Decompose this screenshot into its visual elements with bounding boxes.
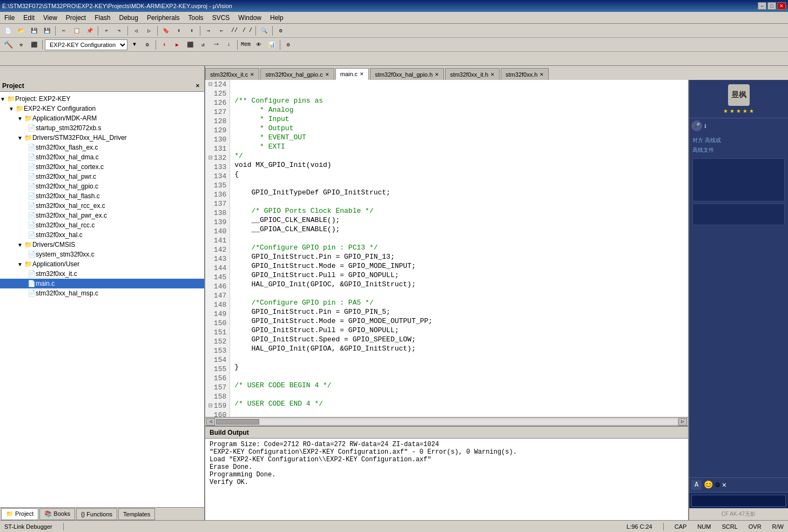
tab-close-icon[interactable]: ✕ bbox=[360, 71, 364, 77]
menu-item-tools[interactable]: Tools bbox=[184, 13, 208, 23]
fold-icon[interactable]: ⊟ bbox=[208, 402, 213, 410]
tree-item[interactable]: 📄 stm32f0xx_it.c bbox=[0, 269, 204, 279]
rebuild-button[interactable]: ⚒ bbox=[15, 39, 27, 51]
proj-tab-templates[interactable]: Templates bbox=[118, 508, 155, 520]
cut-button[interactable]: ✂ bbox=[58, 25, 70, 37]
stopbuild-button[interactable]: ⬛ bbox=[28, 39, 40, 51]
menu-item-edit[interactable]: Edit bbox=[19, 13, 39, 23]
new-button[interactable]: 📄 bbox=[2, 25, 14, 37]
scroll-right-button[interactable]: ▷ bbox=[678, 418, 687, 426]
settings-icon[interactable]: ⚙ bbox=[715, 480, 719, 490]
config-dropdown[interactable]: EXP2-KEY Configuration bbox=[45, 39, 127, 50]
save-all-button[interactable]: 💾 bbox=[41, 25, 53, 37]
copy-button[interactable]: 📋 bbox=[71, 25, 83, 37]
menu-item-help[interactable]: Help bbox=[266, 13, 288, 23]
fold-icon[interactable]: ⊟ bbox=[208, 80, 213, 89]
stop-debug-button[interactable]: ⬛ bbox=[184, 39, 196, 51]
tree-item[interactable]: ▼ 📁 Drivers/STM32F0xx_HAL_Driver bbox=[0, 133, 204, 143]
proj-tab-functions[interactable]: {} Functions bbox=[76, 508, 117, 520]
build-button[interactable]: 🔨 bbox=[2, 39, 14, 51]
run-to-button[interactable]: ⭢ bbox=[210, 39, 222, 51]
code-editor[interactable]: ⊟124125126127128129130131⊟13213313413513… bbox=[205, 80, 688, 426]
reset-button[interactable]: ↺ bbox=[197, 39, 209, 51]
bookmark-button[interactable]: 🔖 bbox=[160, 25, 172, 37]
step-button[interactable]: ↓ bbox=[223, 39, 235, 51]
tree-item[interactable]: 📄 stm32f0xx_hal_gpio.c bbox=[0, 181, 204, 191]
tree-item[interactable]: 📄 stm32f0xx_hal_cortex.c bbox=[0, 162, 204, 172]
menu-item-debug[interactable]: Debug bbox=[115, 13, 143, 23]
download-button[interactable]: ⬇ bbox=[158, 39, 170, 51]
uncomment-button[interactable]: / / bbox=[241, 25, 253, 37]
paste-button[interactable]: 📌 bbox=[84, 25, 96, 37]
menu-item-flash[interactable]: Flash bbox=[90, 13, 115, 23]
fold-icon[interactable]: ⊟ bbox=[208, 154, 213, 162]
maximize-button[interactable]: □ bbox=[767, 2, 776, 10]
menu-item-window[interactable]: Window bbox=[234, 13, 266, 23]
h-scrollbar-thumb[interactable] bbox=[216, 419, 259, 425]
minimize-button[interactable]: – bbox=[758, 2, 766, 10]
tree-item[interactable]: 📄 stm32f0xx_flash_ex.c bbox=[0, 143, 204, 152]
watch-button[interactable]: 👁 bbox=[253, 39, 265, 51]
tab-close-icon[interactable]: ✕ bbox=[435, 72, 439, 77]
tab-close-icon[interactable]: ✕ bbox=[325, 72, 329, 77]
tab-close-icon[interactable]: ✕ bbox=[250, 72, 254, 77]
toolset-button[interactable]: ⚙ bbox=[275, 25, 287, 37]
redo-button[interactable]: ↷ bbox=[113, 25, 125, 37]
tree-item[interactable]: 📄 stm32f0xx_hal_dma.c bbox=[0, 152, 204, 162]
chat-input[interactable] bbox=[691, 495, 786, 507]
tree-item[interactable]: ▼ 📁 Application/User bbox=[0, 259, 204, 269]
tree-item[interactable]: 📄 main.c bbox=[0, 279, 204, 288]
menu-item-file[interactable]: File bbox=[0, 13, 19, 23]
tree-item[interactable]: 📄 stm32f0xx_hal_pwr_ex.c bbox=[0, 211, 204, 220]
close-button[interactable]: ✕ bbox=[777, 2, 786, 10]
undo-button[interactable]: ↶ bbox=[100, 25, 112, 37]
build-output-content[interactable]: Program Size: Code=2712 RO-data=272 RW-d… bbox=[205, 439, 688, 520]
menu-item-svcs[interactable]: SVCS bbox=[208, 13, 234, 23]
tab-stm32f0xx-hal-gpio-c[interactable]: stm32f0xx_hal_gpio.c ✕ bbox=[260, 68, 334, 80]
tree-item[interactable]: 📄 startup_stm32f072xb.s bbox=[0, 123, 204, 133]
save-button[interactable]: 💾 bbox=[28, 25, 40, 37]
bookmarkprev-button[interactable]: ⬆ bbox=[186, 25, 198, 37]
proj-tab-books[interactable]: 📚 Books bbox=[39, 508, 75, 520]
tree-item[interactable]: 📄 system_stm32f0xx.c bbox=[0, 250, 204, 259]
tree-item[interactable]: 📄 stm32f0xx_hal_flash.c bbox=[0, 191, 204, 201]
find-button[interactable]: 🔍 bbox=[258, 25, 270, 37]
unindent-button[interactable]: ⇐ bbox=[215, 25, 227, 37]
tab-stm32f0xx-h[interactable]: stm32f0xx.h ✕ bbox=[501, 68, 549, 80]
menu-item-peripherals[interactable]: Peripherals bbox=[143, 13, 184, 23]
tree-item[interactable]: 📄 stm32f0xx_hal_pwr.c bbox=[0, 172, 204, 181]
tree-item[interactable]: ▼ 📁 EXP2-KEY Configuration bbox=[0, 104, 204, 113]
target-options-button[interactable]: ⚙ bbox=[142, 39, 153, 51]
code-text[interactable]: /** Configure pins as * Analog * Input *… bbox=[230, 80, 688, 417]
tab-close-icon[interactable]: ✕ bbox=[540, 72, 544, 77]
tab-stm32f0xx-it-c[interactable]: stm32f0xx_it.c ✕ bbox=[205, 68, 259, 80]
proj-tab-project[interactable]: 📁 Project bbox=[1, 508, 38, 520]
emoji-button[interactable]: 😊 bbox=[704, 480, 713, 490]
tree-item[interactable]: ▼ 📁 Drivers/CMSIS bbox=[0, 240, 204, 250]
scroll-left-button[interactable]: ◁ bbox=[206, 418, 215, 426]
text-button[interactable]: A bbox=[691, 480, 702, 490]
tab-close-icon[interactable]: ✕ bbox=[490, 72, 495, 77]
mem-window-button[interactable]: Mem bbox=[240, 39, 252, 51]
tree-item[interactable]: ▼ 📁 Project: EXP2-KEY bbox=[0, 94, 204, 104]
bookmarknext-button[interactable]: ⬇ bbox=[173, 25, 185, 37]
fwd-button[interactable]: ▷ bbox=[143, 25, 155, 37]
tab-main-c[interactable]: main.c ✕ bbox=[335, 68, 369, 80]
tree-item[interactable]: ▼ 📁 Application/MDK-ARM bbox=[0, 113, 204, 123]
tab-stm32f0xx-it-h[interactable]: stm32f0xx_it.h ✕ bbox=[445, 68, 500, 80]
tree-item[interactable]: 📄 stm32f0xx_hal_rcc_ex.c bbox=[0, 201, 204, 211]
back-button[interactable]: ◁ bbox=[130, 25, 142, 37]
indent-button[interactable]: ⇒ bbox=[203, 25, 214, 37]
settings2-button[interactable]: ⚙ bbox=[282, 39, 294, 51]
more-button[interactable]: ✕ bbox=[722, 480, 726, 490]
performance-button[interactable]: 📊 bbox=[266, 39, 278, 51]
menu-item-view[interactable]: View bbox=[39, 13, 62, 23]
menu-item-project[interactable]: Project bbox=[62, 13, 90, 23]
comment-button[interactable]: // bbox=[228, 25, 240, 37]
project-panel-close[interactable]: ✕ bbox=[193, 82, 202, 90]
tree-item[interactable]: 📄 stm32f0xx_hal.c bbox=[0, 230, 204, 240]
open-button[interactable]: 📂 bbox=[15, 25, 27, 37]
tree-item[interactable]: 📄 stm32f0xx_hal_rcc.c bbox=[0, 220, 204, 230]
tree-item[interactable]: 📄 stm32f0xx_hal_msp.c bbox=[0, 288, 204, 298]
tab-stm32f0xx-hal-gpio-h[interactable]: stm32f0xx_hal_gpio.h ✕ bbox=[370, 68, 444, 80]
